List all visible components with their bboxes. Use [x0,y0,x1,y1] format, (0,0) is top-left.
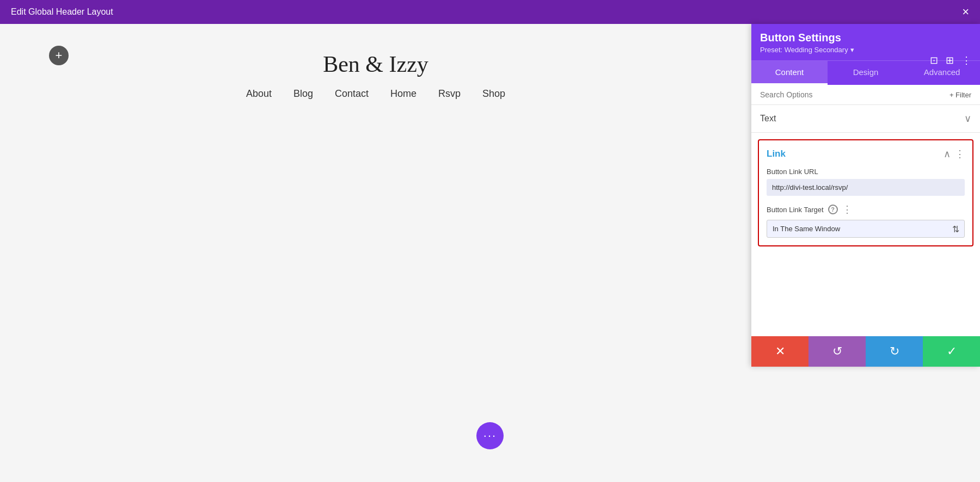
layout-icon[interactable]: ⊞ [946,54,954,66]
url-field-label: Button Link URL [767,168,965,176]
nav-item-rsvp[interactable]: Rsvp [438,88,461,100]
top-bar-title: Edit Global Header Layout [11,7,113,17]
preset-arrow: ▾ [850,46,854,54]
target-select[interactable]: In The Same Window In The New Tab [767,220,965,238]
site-title: Ben & Izzy [323,51,428,77]
save-button[interactable]: ✓ [923,336,980,367]
top-bar: Edit Global Header Layout × [0,0,980,24]
help-icon[interactable]: ? [828,205,838,214]
nav-item-about[interactable]: About [246,88,272,100]
settings-panel: Button Settings Preset: Wedding Secondar… [751,24,980,367]
dots-menu-button[interactable]: ··· [476,422,504,449]
canvas: + Ben & Izzy About Blog Contact Home Rsv… [0,24,980,482]
link-more-icon[interactable]: ⋮ [955,148,965,160]
search-input[interactable] [760,90,950,99]
panel-header-icons: ⊡ ⊞ ⋮ [930,54,971,66]
text-section[interactable]: Text ∨ [751,105,980,133]
link-header-icons: ∧ ⋮ [944,148,965,160]
text-section-chevron: ∨ [964,113,971,125]
cancel-button[interactable]: ✕ [751,336,808,367]
link-section-title: Link [767,149,786,159]
nav-item-shop[interactable]: Shop [482,88,505,100]
panel-content: Text ∨ Link ∧ ⋮ Button Link URL [751,105,980,336]
target-more-icon[interactable]: ⋮ [842,203,852,215]
redo-button[interactable]: ↻ [866,336,923,367]
preset-label: Preset: Wedding Secondary [760,46,848,54]
site-preview: Ben & Izzy About Blog Contact Home Rsvp … [0,24,751,482]
url-input[interactable] [767,179,965,196]
panel-header: Button Settings Preset: Wedding Secondar… [751,24,980,60]
text-section-label: Text [760,114,776,123]
target-label: Button Link Target [767,206,824,214]
undo-button[interactable]: ↺ [808,336,866,367]
panel-title: Button Settings [760,32,971,44]
dots-icon: ··· [483,429,497,443]
close-button[interactable]: × [962,6,969,18]
link-header: Link ∧ ⋮ [767,148,965,160]
site-nav: About Blog Contact Home Rsvp Shop [246,88,505,100]
filter-button[interactable]: + Filter [950,91,971,99]
tab-content[interactable]: Content [751,61,828,85]
tab-design[interactable]: Design [828,61,904,85]
action-bar: ✕ ↺ ↻ ✓ [751,336,980,367]
expand-icon[interactable]: ⊡ [930,54,938,66]
target-select-wrapper: In The Same Window In The New Tab ⇅ [767,220,965,238]
nav-item-contact[interactable]: Contact [335,88,369,100]
target-row: Button Link Target ? ⋮ [767,203,965,215]
link-collapse-icon[interactable]: ∧ [944,148,951,160]
more-icon[interactable]: ⋮ [961,54,971,66]
link-section: Link ∧ ⋮ Button Link URL Button Link Tar… [758,139,973,246]
panel-preset[interactable]: Preset: Wedding Secondary ▾ [760,46,971,54]
panel-search: + Filter [751,85,980,105]
nav-item-blog[interactable]: Blog [293,88,313,100]
nav-item-home[interactable]: Home [390,88,416,100]
